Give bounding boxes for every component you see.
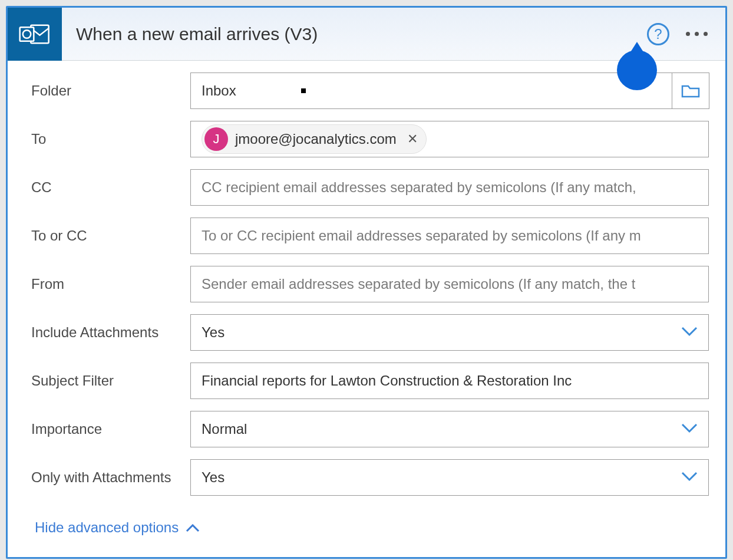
trigger-card: When a new email arrives (V3) ? Folder I… [6, 6, 727, 559]
hide-advanced-label: Hide advanced options [35, 519, 179, 536]
outlook-icon [8, 8, 62, 61]
label-cc: CC [31, 179, 190, 196]
help-button[interactable]: ? [647, 23, 669, 45]
recipient-chip: J jmoore@jocanalytics.com ✕ [202, 124, 427, 154]
drip-indicator [617, 50, 657, 90]
importance-value: Normal [202, 421, 247, 437]
row-cc: CC CC recipient email addresses separate… [31, 169, 709, 206]
chevron-down-icon [681, 421, 698, 437]
label-to: To [31, 131, 190, 147]
chevron-up-icon [186, 519, 200, 536]
recipient-email: jmoore@jocanalytics.com [235, 131, 397, 147]
card-body: Folder Inbox To J jmo [8, 61, 725, 557]
row-include-attachments: Include Attachments Yes [31, 314, 709, 351]
to-input[interactable]: J jmoore@jocanalytics.com ✕ [190, 121, 709, 157]
more-menu-button[interactable] [686, 32, 708, 36]
chevron-down-icon [681, 324, 698, 341]
tocc-input[interactable]: To or CC recipient email addresses separ… [190, 218, 709, 254]
label-from: From [31, 276, 190, 292]
avatar: J [204, 127, 228, 151]
importance-select[interactable]: Normal [190, 411, 709, 447]
only-attachments-select[interactable]: Yes [190, 459, 709, 496]
folder-picker-button[interactable] [672, 73, 709, 109]
from-input[interactable]: Sender email addresses separated by semi… [190, 266, 709, 302]
tocc-placeholder: To or CC recipient email addresses separ… [202, 228, 641, 244]
row-from: From Sender email addresses separated by… [31, 266, 709, 302]
card-title: When a new email arrives (V3) [62, 24, 647, 44]
only-attachments-value: Yes [202, 469, 224, 486]
label-folder: Folder [31, 83, 190, 99]
row-importance: Importance Normal [31, 411, 709, 447]
include-attachments-select[interactable]: Yes [190, 314, 709, 351]
subject-filter-input[interactable]: Financial reports for Lawton Constructio… [190, 363, 709, 399]
label-subject-filter: Subject Filter [31, 373, 190, 389]
row-only-attachments: Only with Attachments Yes [31, 459, 709, 496]
row-folder: Folder Inbox [31, 73, 709, 109]
folder-value: Inbox [202, 83, 236, 99]
hide-advanced-toggle[interactable]: Hide advanced options [31, 508, 200, 551]
subject-filter-value: Financial reports for Lawton Constructio… [202, 373, 572, 389]
label-importance: Importance [31, 421, 190, 437]
cc-input[interactable]: CC recipient email addresses separated b… [190, 169, 709, 206]
label-tocc: To or CC [31, 228, 190, 244]
svg-rect-1 [20, 27, 34, 41]
include-attachments-value: Yes [202, 324, 224, 341]
row-to: To J jmoore@jocanalytics.com ✕ [31, 121, 709, 157]
label-include-attachments: Include Attachments [31, 324, 190, 341]
label-only-attachments: Only with Attachments [31, 469, 190, 486]
caret-indicator [301, 88, 306, 93]
cc-placeholder: CC recipient email addresses separated b… [202, 179, 636, 196]
from-placeholder: Sender email addresses separated by semi… [202, 276, 635, 292]
remove-chip-button[interactable]: ✕ [407, 131, 418, 147]
card-header: When a new email arrives (V3) ? [8, 8, 725, 61]
row-subject-filter: Subject Filter Financial reports for Law… [31, 363, 709, 399]
row-tocc: To or CC To or CC recipient email addres… [31, 218, 709, 254]
chevron-down-icon [681, 469, 698, 486]
